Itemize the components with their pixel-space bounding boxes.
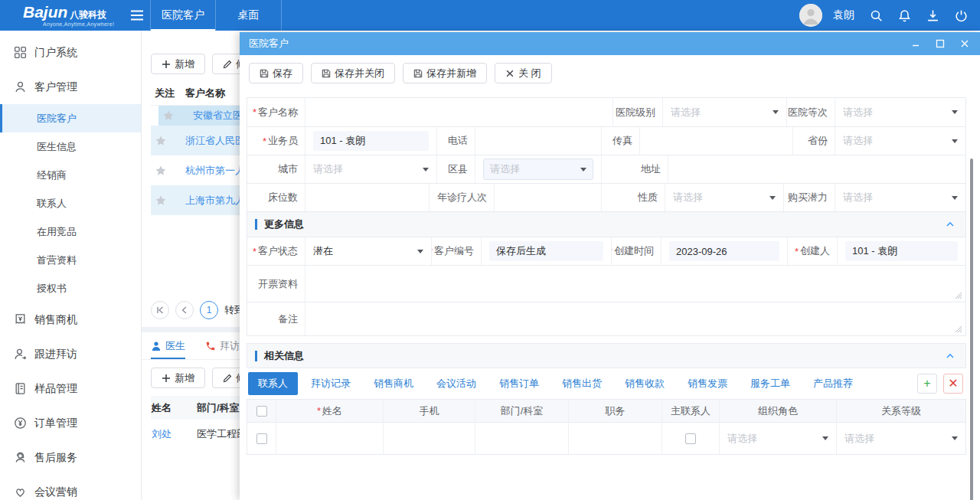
user-name[interactable]: 袁朗 (833, 8, 854, 22)
favorite-star-icon[interactable] (155, 194, 167, 207)
search-icon[interactable] (870, 9, 883, 22)
menu-toggle-icon[interactable] (130, 10, 144, 21)
sidebar-subitem[interactable]: 首营资料 (0, 246, 141, 274)
nature-select[interactable]: 请选择 (673, 188, 776, 208)
sidebar-item[interactable]: 会议营销 (0, 475, 141, 500)
sidebar-item[interactable]: 销售商机 (0, 302, 141, 337)
section-more-info[interactable]: 更多信息 (247, 212, 965, 237)
related-tab-3[interactable]: 销售商机 (364, 372, 423, 395)
resize-grip-icon[interactable] (953, 290, 962, 299)
customer-status-field: 潜在 (305, 237, 432, 265)
add-contact-button[interactable]: + (917, 374, 937, 394)
sidebar-item[interactable]: 客户管理 (0, 70, 141, 104)
create-time-field: 2023-09-26 (662, 237, 788, 265)
sidebar-subitem[interactable]: 在用竞品 (0, 217, 141, 246)
first-page-button[interactable] (151, 301, 169, 319)
relation-level-select[interactable]: 请选择 (837, 432, 965, 446)
sidebar-subitem[interactable]: 医生信息 (0, 132, 141, 161)
hospital-level-label: 医院级别 (613, 98, 663, 126)
section-accent-bar (255, 351, 257, 361)
related-tab-5[interactable]: 销售订单 (489, 372, 549, 395)
favorite-star-icon[interactable] (155, 165, 167, 177)
save-button[interactable]: 保存 (249, 63, 303, 83)
address-label: 地址 (602, 155, 668, 183)
nav-tab-1[interactable]: 医院客户 (150, 0, 216, 31)
sidebar-item-label: 客户管理 (34, 80, 77, 94)
modal-scrollbar[interactable] (970, 158, 973, 500)
sidebar-item[interactable]: 跟进拜访 (0, 337, 141, 371)
remark-textarea[interactable] (305, 302, 965, 335)
form-row: 城市请选择区县请选择地址 (247, 155, 965, 184)
section-related-info-title: 相关信息 (264, 349, 304, 363)
prev-page-button[interactable] (175, 301, 194, 319)
sidebar-item[interactable]: 售后服务 (0, 440, 141, 475)
close-button[interactable]: 关 闭 (495, 63, 552, 83)
save-and-new-button[interactable]: 保存并新增 (403, 63, 487, 83)
salesman-input[interactable]: 101 - 袁朗 (313, 131, 429, 151)
invoice-info-textarea[interactable] (305, 266, 965, 302)
phone-input[interactable] (483, 131, 593, 151)
power-icon[interactable] (955, 9, 968, 22)
save-and-close-button[interactable]: 保存并关闭 (311, 63, 395, 83)
contact-input[interactable] (479, 429, 565, 449)
sidebar-subitem[interactable]: 医院客户 (0, 104, 141, 132)
favorite-star-icon[interactable] (162, 109, 175, 122)
fax-input[interactable] (648, 131, 785, 151)
bell-icon[interactable] (898, 9, 911, 22)
minimize-icon[interactable] (911, 39, 920, 48)
customer-name-input[interactable] (313, 103, 605, 123)
related-tab-2[interactable]: 拜访记录 (301, 372, 361, 395)
add-customer-button[interactable]: 新增 (151, 54, 205, 74)
contact-input[interactable] (387, 429, 472, 449)
col-header-6: 组织角色 (720, 400, 837, 422)
contact-input[interactable] (279, 429, 380, 449)
annual-visits-input[interactable] (502, 188, 593, 208)
customer-no-input[interactable]: 保存后生成 (489, 241, 603, 261)
sidebar-subitem[interactable]: 联系人 (0, 189, 141, 217)
related-tab-1[interactable]: 联系人 (248, 372, 298, 395)
related-tab-10[interactable]: 产品推荐 (803, 372, 863, 395)
create-time-input[interactable]: 2023-09-26 (669, 241, 779, 261)
maximize-icon[interactable] (936, 39, 945, 48)
org-role-select[interactable]: 请选择 (720, 432, 836, 446)
related-tab-7[interactable]: 销售收款 (615, 372, 675, 395)
related-tab-6[interactable]: 销售出货 (552, 372, 612, 395)
resize-grip-icon[interactable] (953, 324, 962, 333)
nav-tab-2[interactable]: 桌面 (216, 0, 282, 31)
address-input[interactable] (676, 159, 958, 179)
contact-input[interactable] (572, 429, 658, 449)
customer-status-select[interactable]: 潜在 (313, 241, 423, 261)
delete-contact-button[interactable]: ✕ (943, 374, 963, 394)
sidebar-subitem[interactable]: 经销商 (0, 161, 141, 189)
select-all-checkbox[interactable] (256, 406, 267, 417)
download-icon[interactable] (926, 9, 939, 22)
province-select[interactable]: 请选择 (843, 131, 958, 151)
close-icon[interactable] (960, 39, 969, 48)
related-tab-4[interactable]: 会议活动 (426, 372, 486, 395)
section-related-info[interactable]: 相关信息 (247, 343, 966, 368)
purchase-potential-select[interactable]: 请选择 (843, 188, 958, 208)
hospital-level-select[interactable]: 请选择 (671, 103, 779, 123)
favorite-star-icon[interactable] (155, 135, 167, 147)
add-doctor-button[interactable]: 新增 (151, 368, 205, 388)
district-select[interactable]: 请选择 (483, 158, 593, 180)
tab-doctor[interactable]: 医生 (151, 332, 185, 359)
sidebar-item[interactable]: 门户系统 (0, 35, 141, 70)
chevron-up-icon[interactable] (946, 351, 955, 361)
sidebar-subitem[interactable]: 授权书 (0, 274, 141, 302)
sidebar-item[interactable]: 样品管理 (0, 371, 141, 406)
related-tab-8[interactable]: 销售发票 (678, 372, 737, 395)
user-avatar[interactable] (799, 4, 822, 27)
city-select[interactable]: 请选择 (313, 159, 429, 179)
doctor-name-link[interactable]: 刘处 (151, 427, 197, 441)
bed-count-input[interactable] (313, 188, 421, 208)
hospital-grade-select[interactable]: 请选择 (843, 103, 958, 123)
main-contact-checkbox[interactable] (685, 433, 696, 444)
creator-input[interactable]: 101 - 袁朗 (845, 241, 958, 261)
sidebar-item[interactable]: 订单管理 (0, 406, 141, 440)
row-checkbox[interactable] (256, 433, 267, 444)
related-tab-9[interactable]: 服务工单 (740, 372, 800, 395)
brand-tagline: Anyone,Anytime,Anywhere! (43, 21, 121, 27)
chevron-up-icon[interactable] (946, 220, 955, 229)
current-page[interactable]: 1 (200, 301, 218, 319)
